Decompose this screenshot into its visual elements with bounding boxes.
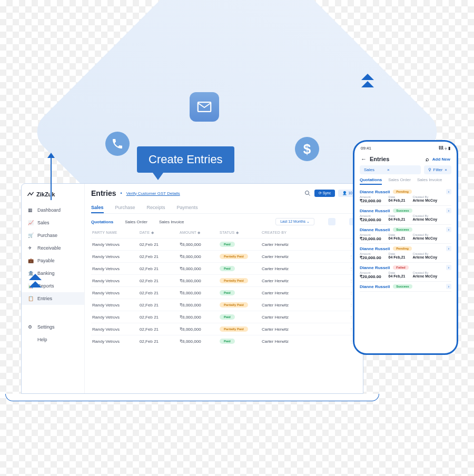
table-row[interactable]: Randy Vetrovs02,Feb 21₹8,000,000Partiall… (91, 274, 357, 286)
table-row[interactable]: Randy Vetrovs02,Feb 21₹8,000,000Partiall… (91, 323, 357, 335)
list-item[interactable]: Dianne RussellSuccess›Amount₹20,000.00Da… (360, 206, 451, 225)
chevron-up-icon (361, 74, 374, 88)
chevron-right-icon[interactable]: › (446, 246, 451, 251)
list-item[interactable]: Dianne RussellSuccess›Amount₹20,000.00Da… (360, 225, 451, 244)
sidebar-item-receivable[interactable]: ✈Receivable (22, 242, 84, 254)
table-row[interactable]: Randy Vetrovs02,Feb 21₹8,000,000PaidCart… (91, 311, 357, 323)
months-filter[interactable]: Last 12 Months ⌄ (275, 218, 314, 225)
chevron-right-icon[interactable]: › (446, 208, 451, 213)
chevron-up-icon (29, 274, 42, 289)
sidebar-item-help[interactable]: Help (22, 333, 84, 346)
mail-icon (190, 92, 219, 122)
search-icon[interactable] (304, 190, 311, 197)
tab-payments[interactable]: Payments (177, 203, 198, 213)
subtab-sales-order[interactable]: Sales Order (125, 220, 147, 224)
sidebar-item-payable[interactable]: 💼Payable (22, 254, 84, 267)
chevron-right-icon[interactable]: › (446, 227, 451, 232)
table-row[interactable]: Randy Vetrovs02,Feb 21₹8,000,000Partiall… (91, 299, 357, 311)
tab-purchase[interactable]: Purchase (115, 203, 135, 213)
back-icon[interactable]: ← (361, 156, 367, 162)
table-row[interactable]: Randy Vetrovs02,Feb 21₹8,000,000Partiall… (91, 250, 357, 262)
tab-receipts[interactable]: Receipts (147, 203, 165, 213)
filter-button[interactable]: ⚲Filter× (424, 165, 451, 174)
phone-tab-sales-invoice[interactable]: Sales Invoice (417, 177, 442, 185)
phone-tab-sales-order[interactable]: Sales Order (388, 177, 411, 185)
list-item[interactable]: Dianne RussellPending›Amount₹20,000.00Da… (360, 244, 451, 263)
sidebar-item-purchase[interactable]: 🛒Purchase (22, 229, 84, 242)
signal-icon: 𝗹𝗹𝗹 ⏚ ▮ (439, 146, 450, 151)
table-header: PARTY NAME DATE ◆ AMOUNT ◆ STATUS ◆ CREA… (91, 227, 357, 238)
sidebar-item-dashboard[interactable]: ▦Dashboard (22, 204, 84, 216)
sidebar: ZikZuk ▦Dashboard📈Sales🛒Purchase✈Receiva… (22, 184, 85, 393)
sidebar-item-settings[interactable]: ⚙Settings (22, 321, 84, 333)
tab-sales[interactable]: Sales (91, 203, 104, 213)
page-title: Entries (91, 189, 116, 197)
add-new-button[interactable]: Add New (432, 157, 450, 162)
chevron-right-icon[interactable]: › (446, 189, 451, 194)
list-item[interactable]: Dianne RussellPending›Amount₹20,000.00Da… (360, 187, 451, 206)
create-entries-tooltip: Create Entries (137, 146, 234, 173)
phone-title: Entries (370, 156, 389, 162)
table-row[interactable]: Randy Vetrovs02,Feb 21₹8,000,000PaidCart… (91, 262, 357, 274)
subtab-sales-invoice[interactable]: Sales Invoice (159, 220, 184, 224)
list-item[interactable]: Dianne RussellSuccess› (360, 282, 451, 292)
svg-line-1 (308, 194, 310, 196)
sidebar-item-sales[interactable]: 📈Sales (22, 216, 84, 229)
verify-gst-link[interactable]: Verify Customer GST Details (126, 191, 180, 196)
table-row[interactable]: Randy Vetrovs02,Feb 21₹8,000,000PaidCart… (91, 286, 357, 299)
laptop-frame: ZikZuk ▦Dashboard📈Sales🛒Purchase✈Receiva… (21, 183, 363, 401)
table-row[interactable]: Randy Vetrovs02,Feb 21₹8,000,000PaidCart… (91, 335, 357, 347)
dollar-icon: $ (295, 137, 319, 161)
sync-button[interactable]: ⟳ Sync (314, 190, 335, 197)
phone-icon (105, 132, 130, 156)
arrow-up-icon (47, 153, 55, 200)
subtab-quotations[interactable]: Quotations (91, 220, 113, 224)
phone-time: 09:41 (361, 146, 371, 151)
phone-frame: 09:41 𝗹𝗹𝗹 ⏚ ▮ ← Entries ⌕ Add New Sales×… (353, 140, 458, 355)
chevron-right-icon[interactable]: › (446, 265, 451, 270)
gear-icon[interactable] (328, 218, 335, 225)
chevron-right-icon[interactable]: › (446, 284, 451, 289)
sidebar-item-entries[interactable]: 📋Entries (22, 292, 84, 305)
sales-selector[interactable]: Sales× (360, 165, 421, 174)
phone-tab-quotations[interactable]: Quotations (360, 177, 382, 185)
svg-point-0 (305, 191, 309, 195)
table-row[interactable]: Randy Vetrovs02,Feb 21₹8,000,000PaidCart… (91, 238, 357, 250)
search-icon[interactable]: ⌕ (426, 156, 429, 162)
list-item[interactable]: Dianne RussellFailed›Amount₹20,000.00Dat… (360, 263, 451, 282)
